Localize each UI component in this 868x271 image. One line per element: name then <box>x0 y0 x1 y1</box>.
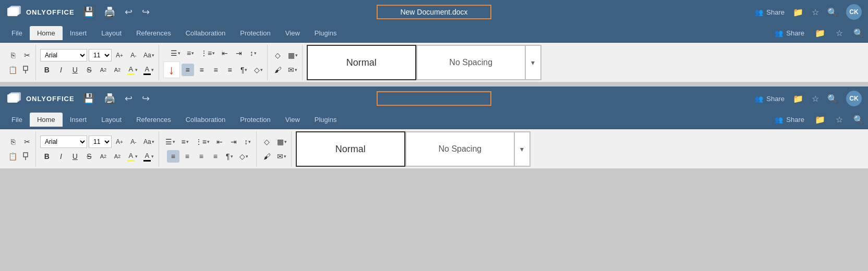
case-btn-bottom[interactable]: Aa▾ <box>141 136 156 148</box>
font-size-select-bottom[interactable]: 11 <box>89 136 112 148</box>
menu-view-bottom[interactable]: View <box>278 113 307 127</box>
paste-btn-bottom[interactable]: ⎘ <box>7 136 19 148</box>
share-button-bottom[interactable]: 👥 Share <box>755 95 785 103</box>
align-left-btn[interactable]: ≡ <box>182 64 194 76</box>
increase-font-btn-bottom[interactable]: A+ <box>113 136 126 148</box>
format-painter-btn-bottom[interactable] <box>21 150 33 163</box>
menu-file[interactable]: File <box>4 26 30 40</box>
align-center-btn-bottom[interactable]: ≡ <box>181 150 194 163</box>
mail-merge-btn-bottom[interactable]: ✉▾ <box>275 150 288 163</box>
align-right-btn[interactable]: ≡ <box>210 64 222 76</box>
subscript-btn[interactable]: A2 <box>111 64 124 76</box>
paint-format-btn[interactable]: 🖌 <box>272 64 284 76</box>
folder-icon-menu[interactable]: 📁 <box>815 28 825 38</box>
menu-plugins-bottom[interactable]: Plugins <box>307 113 344 127</box>
highlight-btn[interactable]: A ▾ <box>125 64 140 76</box>
styles-dropdown-btn[interactable]: ▾ <box>526 45 541 80</box>
menu-references[interactable]: References <box>129 26 178 40</box>
paragraph-marks-btn-bottom[interactable]: ¶▾ <box>223 150 236 163</box>
font-name-select[interactable]: Arial <box>40 49 87 61</box>
increase-indent-btn[interactable]: ⇥ <box>233 47 245 59</box>
menu-collaboration[interactable]: Collaboration <box>178 26 233 40</box>
menu-layout-bottom[interactable]: Layout <box>94 113 129 127</box>
copy-btn-bottom[interactable]: 📋 <box>6 150 19 163</box>
multilevel-btn[interactable]: ⋮≡▾ <box>198 47 217 59</box>
align-center-btn[interactable]: ≡ <box>196 64 208 76</box>
star-icon[interactable]: ☆ <box>812 7 819 17</box>
menu-home-bottom[interactable]: Home <box>30 113 63 127</box>
nospacing-style[interactable]: No Spacing <box>416 45 526 80</box>
print-icon[interactable]: 🖨️ <box>104 6 115 18</box>
font-color-btn-bottom[interactable]: A ▾ <box>141 150 156 163</box>
save-icon-bottom[interactable]: 💾 <box>83 93 94 104</box>
doc-title-input[interactable] <box>377 5 491 19</box>
decrease-indent-btn[interactable]: ⇤ <box>219 47 231 59</box>
superscript-btn-bottom[interactable]: A2 <box>97 150 110 163</box>
menu-insert[interactable]: Insert <box>63 26 94 40</box>
search-icon-menu[interactable]: 🔍 <box>853 28 864 38</box>
folder-icon[interactable]: 📁 <box>793 7 803 17</box>
underline-btn-bottom[interactable]: U <box>69 150 81 163</box>
clear-format-btn[interactable]: ◇ <box>272 49 284 61</box>
mail-merge-btn[interactable]: ✉▾ <box>286 64 299 76</box>
paste-btn[interactable]: ⎘ <box>7 49 19 61</box>
font-size-select[interactable]: 11 <box>89 49 112 61</box>
decrease-indent-btn-bottom[interactable]: ⇤ <box>213 136 226 148</box>
align-justify-btn[interactable]: ≡ <box>224 64 236 76</box>
numbering-btn[interactable]: ≡▾ <box>184 47 197 59</box>
menu-references-bottom[interactable]: References <box>129 113 178 127</box>
border-btn[interactable]: ▦▾ <box>286 49 300 61</box>
menu-view[interactable]: View <box>278 26 307 40</box>
font-name-select-bottom[interactable]: Arial <box>40 136 87 148</box>
styles-dropdown-btn-bottom[interactable]: ▾ <box>515 131 531 167</box>
highlight-btn-bottom[interactable]: A ▾ <box>125 150 140 163</box>
increase-indent-btn-bottom[interactable]: ⇥ <box>227 136 240 148</box>
share-btn-menu[interactable]: 👥 Share <box>775 29 804 37</box>
strikethrough-btn[interactable]: S <box>83 64 95 76</box>
doc-title-input-bottom[interactable] <box>377 91 491 106</box>
star-icon-menu-bottom[interactable]: ☆ <box>836 115 843 125</box>
shading-btn[interactable]: ◇▾ <box>252 64 265 76</box>
menu-protection[interactable]: Protection <box>233 26 278 40</box>
nospacing-style-bottom[interactable]: No Spacing <box>405 131 515 167</box>
folder-icon-bottom[interactable]: 📁 <box>793 94 803 104</box>
menu-protection-bottom[interactable]: Protection <box>233 113 278 127</box>
menu-collaboration-bottom[interactable]: Collaboration <box>178 113 233 127</box>
folder-icon-menu-bottom[interactable]: 📁 <box>815 115 825 125</box>
menu-plugins[interactable]: Plugins <box>307 26 344 40</box>
underline-btn[interactable]: U <box>69 64 81 76</box>
shading-btn-bottom[interactable]: ◇▾ <box>237 150 250 163</box>
share-btn-menu-bottom[interactable]: 👥 Share <box>775 116 804 124</box>
italic-btn[interactable]: I <box>55 64 67 76</box>
format-painter-btn[interactable] <box>21 64 33 76</box>
menu-layout[interactable]: Layout <box>94 26 129 40</box>
align-justify-btn-bottom[interactable]: ≡ <box>209 150 222 163</box>
case-btn[interactable]: Aa▾ <box>141 49 156 61</box>
redo-icon-bottom[interactable]: ↪ <box>142 93 150 104</box>
search-icon-menu-bottom[interactable]: 🔍 <box>853 115 864 125</box>
normal-style[interactable]: Normal <box>307 45 416 80</box>
menu-insert-bottom[interactable]: Insert <box>63 113 94 127</box>
star-icon-menu[interactable]: ☆ <box>836 28 843 38</box>
italic-btn-bottom[interactable]: I <box>55 150 67 163</box>
avatar-bottom[interactable]: CK <box>846 91 862 106</box>
search-icon-bottom[interactable]: 🔍 <box>827 94 838 104</box>
undo-icon[interactable]: ↩ <box>125 6 132 18</box>
print-icon-bottom[interactable]: 🖨️ <box>104 93 115 104</box>
avatar[interactable]: CK <box>846 4 862 20</box>
bold-btn[interactable]: B <box>41 64 53 76</box>
numbering-btn-bottom[interactable]: ≡▾ <box>179 136 191 148</box>
clear-format-btn-bottom[interactable]: ◇ <box>261 136 273 148</box>
share-button[interactable]: 👥 Share <box>755 8 785 16</box>
menu-file-bottom[interactable]: File <box>4 113 30 127</box>
bold-btn-bottom[interactable]: B <box>41 150 53 163</box>
cut-btn[interactable]: ✂ <box>21 49 33 61</box>
multilevel-btn-bottom[interactable]: ⋮≡▾ <box>193 136 212 148</box>
paint-format-btn-bottom[interactable]: 🖌 <box>261 150 273 163</box>
paragraph-marks-btn[interactable]: ¶▾ <box>238 64 250 76</box>
star-icon-bottom[interactable]: ☆ <box>812 94 819 104</box>
linespacing-btn[interactable]: ↕▾ <box>247 47 259 59</box>
bullets-btn-bottom[interactable]: ☰▾ <box>163 136 177 148</box>
increase-font-btn[interactable]: A+ <box>113 49 126 61</box>
redo-icon[interactable]: ↪ <box>142 6 150 18</box>
